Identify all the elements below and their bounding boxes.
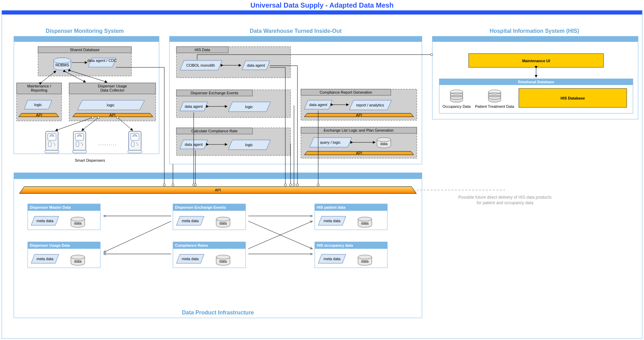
dms-section: Dispenser Monitoring System Shared Datab…	[14, 28, 159, 162]
dispenser-icon	[128, 131, 142, 153]
svg-text:. . . . . . . . .: . . . . . . . . .	[98, 142, 116, 146]
dwh-section: Data Warehouse Turned Inside-Out HIS Dat…	[169, 28, 422, 164]
his-section: Hospital Information System (HIS) Mainte…	[432, 28, 638, 119]
product-hpd: HIS patient data meta data data	[315, 204, 387, 230]
svg-text:HIS Data: HIS Data	[195, 48, 211, 52]
svg-text:meta data: meta data	[182, 219, 199, 223]
svg-text:Relational Database: Relational Database	[518, 80, 554, 84]
svg-text:API: API	[215, 188, 221, 192]
svg-text:meta data: meta data	[324, 219, 341, 223]
svg-rect-62	[432, 36, 638, 42]
svg-text:report / analytics: report / analytics	[356, 103, 384, 107]
product-cr: Compliance Rates meta data data	[173, 242, 246, 268]
svg-text:meta data: meta data	[37, 219, 54, 223]
svg-text:API: API	[109, 113, 116, 117]
svg-text:logic: logic	[245, 105, 253, 109]
svg-text:logic: logic	[34, 103, 42, 107]
pat-db-icon	[488, 90, 501, 102]
svg-text:API: API	[36, 113, 42, 117]
dms-title: Dispenser Monitoring System	[46, 28, 124, 34]
svg-text:HIS Database: HIS Database	[561, 96, 585, 100]
title-bar	[2, 10, 642, 15]
svg-text:Dispenser Usage Data: Dispenser Usage Data	[30, 243, 70, 247]
svg-text:Dispenser Exchange Events: Dispenser Exchange Events	[191, 91, 239, 95]
dpi-section: API Dispenser Master Data meta data data…	[14, 173, 422, 318]
svg-text:Exchange List Logic and Plan G: Exchange List Logic and Plan Generation	[324, 128, 394, 132]
rdbms-label: RDBMS	[55, 63, 69, 67]
shared-db-label: Shared Database	[70, 48, 100, 52]
svg-text:Occupancy Data: Occupancy Data	[442, 104, 471, 108]
svg-text:data: data	[74, 221, 82, 225]
dispenser-icon	[73, 131, 86, 153]
product-dee: Dispenser Exchange Events meta data data	[173, 204, 246, 230]
svg-line-94	[104, 221, 171, 252]
svg-text:Dispenser Exchange Events: Dispenser Exchange Events	[175, 205, 226, 209]
svg-text:COBOL monolith: COBOL monolith	[186, 63, 215, 67]
svg-text:Maintenance UI: Maintenance UI	[522, 59, 550, 63]
page-title: Universal Data Supply - Adapted Data Mes…	[250, 1, 394, 9]
svg-text:data agent /
CDC: data agent / CDC	[88, 58, 117, 63]
svg-text:logic: logic	[107, 103, 115, 107]
his-title: Hospital Information System (HIS)	[490, 28, 579, 34]
svg-text:Patient Treatment Data: Patient Treatment Data	[475, 104, 514, 108]
svg-text:data agent: data agent	[185, 104, 203, 108]
product-dmd: Dispenser Master Data meta data data	[28, 204, 100, 230]
svg-text:data: data	[361, 221, 369, 225]
svg-text:Compliance Rates: Compliance Rates	[175, 243, 208, 247]
svg-rect-72	[14, 173, 422, 179]
dwh-title: Data Warehouse Turned Inside-Out	[250, 28, 342, 34]
svg-text:meta data: meta data	[324, 257, 341, 261]
svg-text:API: API	[356, 151, 362, 155]
svg-text:data: data	[219, 221, 227, 225]
svg-text:Dispenser UsageData Collector: Dispenser UsageData Collector	[98, 84, 127, 92]
svg-rect-33	[169, 36, 422, 42]
svg-text:Dispenser Master Data: Dispenser Master Data	[30, 205, 71, 209]
svg-text:HIS patient data: HIS patient data	[317, 205, 346, 209]
product-hod: HIS occupancy data meta data data	[315, 242, 387, 268]
svg-text:query / logic: query / logic	[320, 140, 341, 144]
svg-text:data agent: data agent	[247, 63, 265, 67]
dispenser-icon	[45, 131, 59, 153]
svg-text:data: data	[219, 259, 227, 263]
svg-text:logic: logic	[245, 143, 253, 147]
future-note: Possible future direct delivery of HIS d…	[458, 195, 551, 205]
svg-text:data: data	[74, 259, 82, 263]
svg-text:meta data: meta data	[182, 257, 199, 261]
occ-db-icon	[450, 90, 463, 102]
svg-rect-13	[14, 36, 159, 42]
svg-text:data: data	[380, 142, 388, 146]
svg-text:meta data: meta data	[37, 257, 54, 261]
svg-text:HIS occupancy data: HIS occupancy data	[317, 243, 353, 247]
product-dud: Dispenser Usage Data meta data data	[28, 242, 100, 268]
svg-text:Compliance Report Generation: Compliance Report Generation	[320, 90, 372, 94]
dispensers-label: Smart Dispensers	[75, 158, 105, 162]
svg-text:API: API	[356, 113, 362, 117]
svg-text:data: data	[361, 259, 369, 263]
svg-text:data agent: data agent	[309, 103, 327, 107]
svg-text:Calculate Compliance Rate: Calculate Compliance Rate	[191, 129, 237, 133]
dpi-title: Data Product Infrastructure	[182, 310, 254, 315]
